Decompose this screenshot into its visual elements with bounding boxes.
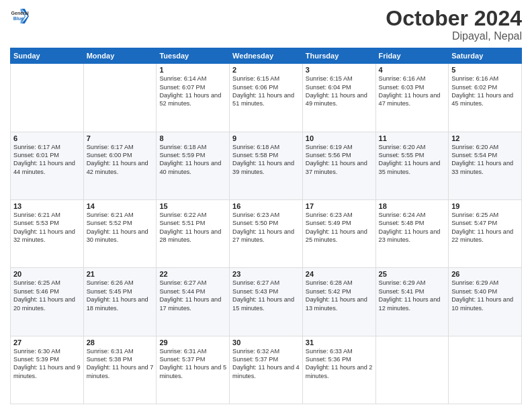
day-detail: Sunrise: 6:26 AM Sunset: 5:45 PM Dayligh… [87, 279, 154, 312]
day-cell: 22Sunrise: 6:27 AM Sunset: 5:44 PM Dayli… [157, 268, 230, 336]
day-cell: 8Sunrise: 6:18 AM Sunset: 5:59 PM Daylig… [157, 132, 230, 199]
col-header-monday: Monday [83, 48, 157, 64]
col-header-sunday: Sunday [11, 48, 84, 64]
day-cell: 11Sunrise: 6:20 AM Sunset: 5:55 PM Dayli… [375, 132, 449, 199]
day-cell: 14Sunrise: 6:21 AM Sunset: 5:52 PM Dayli… [83, 199, 157, 267]
day-cell: 10Sunrise: 6:19 AM Sunset: 5:56 PM Dayli… [302, 132, 375, 199]
day-detail: Sunrise: 6:15 AM Sunset: 6:04 PM Dayligh… [306, 75, 373, 108]
week-row-4: 27Sunrise: 6:30 AM Sunset: 5:39 PM Dayli… [11, 336, 522, 404]
day-cell: 20Sunrise: 6:25 AM Sunset: 5:46 PM Dayli… [11, 268, 84, 336]
day-number: 6 [13, 134, 81, 142]
week-row-2: 13Sunrise: 6:21 AM Sunset: 5:53 PM Dayli… [11, 199, 522, 267]
day-detail: Sunrise: 6:22 AM Sunset: 5:51 PM Dayligh… [159, 211, 226, 244]
day-detail: Sunrise: 6:30 AM Sunset: 5:39 PM Dayligh… [13, 347, 81, 381]
day-number: 15 [159, 202, 226, 210]
title-block: October 2024 Dipayal, Nepal [386, 7, 522, 42]
day-number: 2 [232, 66, 300, 74]
day-detail: Sunrise: 6:31 AM Sunset: 5:37 PM Dayligh… [159, 347, 226, 381]
header: General Blue October 2024 Dipayal, Nepal [10, 7, 522, 42]
day-detail: Sunrise: 6:20 AM Sunset: 5:55 PM Dayligh… [379, 143, 446, 177]
day-number: 22 [159, 270, 226, 278]
day-number: 29 [159, 338, 226, 347]
day-number: 27 [13, 338, 81, 347]
day-number: 17 [306, 202, 373, 210]
svg-text:General: General [11, 11, 29, 15]
day-number: 3 [306, 66, 373, 74]
day-cell: 1Sunrise: 6:14 AM Sunset: 6:07 PM Daylig… [157, 64, 230, 132]
day-detail: Sunrise: 6:33 AM Sunset: 5:36 PM Dayligh… [306, 347, 373, 381]
day-detail: Sunrise: 6:20 AM Sunset: 5:54 PM Dayligh… [451, 143, 519, 177]
day-number: 23 [232, 270, 300, 278]
day-cell [11, 64, 84, 132]
day-cell: 7Sunrise: 6:17 AM Sunset: 6:00 PM Daylig… [83, 132, 157, 199]
day-number: 4 [379, 66, 446, 74]
day-cell: 2Sunrise: 6:15 AM Sunset: 6:06 PM Daylig… [230, 64, 303, 132]
col-header-tuesday: Tuesday [157, 48, 230, 64]
day-detail: Sunrise: 6:16 AM Sunset: 6:02 PM Dayligh… [451, 75, 519, 108]
page: General Blue October 2024 Dipayal, Nepal… [0, 0, 532, 411]
day-number: 25 [379, 270, 446, 278]
day-detail: Sunrise: 6:32 AM Sunset: 5:37 PM Dayligh… [232, 347, 300, 381]
day-cell: 15Sunrise: 6:22 AM Sunset: 5:51 PM Dayli… [157, 199, 230, 267]
day-cell: 21Sunrise: 6:26 AM Sunset: 5:45 PM Dayli… [83, 268, 157, 336]
day-cell: 3Sunrise: 6:15 AM Sunset: 6:04 PM Daylig… [302, 64, 375, 132]
day-number: 12 [451, 134, 519, 142]
day-number: 8 [159, 134, 226, 142]
day-cell: 13Sunrise: 6:21 AM Sunset: 5:53 PM Dayli… [11, 199, 84, 267]
day-cell: 29Sunrise: 6:31 AM Sunset: 5:37 PM Dayli… [157, 336, 230, 404]
day-detail: Sunrise: 6:21 AM Sunset: 5:52 PM Dayligh… [87, 211, 154, 244]
day-detail: Sunrise: 6:23 AM Sunset: 5:49 PM Dayligh… [306, 211, 373, 244]
day-detail: Sunrise: 6:24 AM Sunset: 5:48 PM Dayligh… [379, 211, 446, 244]
day-detail: Sunrise: 6:27 AM Sunset: 5:44 PM Dayligh… [159, 279, 226, 312]
day-number: 10 [306, 134, 373, 142]
day-cell [83, 64, 157, 132]
day-number: 31 [306, 338, 373, 347]
day-detail: Sunrise: 6:18 AM Sunset: 5:59 PM Dayligh… [159, 143, 226, 177]
day-detail: Sunrise: 6:31 AM Sunset: 5:38 PM Dayligh… [87, 347, 154, 381]
logo: General Blue [10, 7, 29, 26]
day-detail: Sunrise: 6:28 AM Sunset: 5:42 PM Dayligh… [306, 279, 373, 312]
day-number: 21 [87, 270, 154, 278]
calendar-table: SundayMondayTuesdayWednesdayThursdayFrid… [10, 48, 522, 404]
day-number: 5 [451, 66, 519, 74]
day-cell: 6Sunrise: 6:17 AM Sunset: 6:01 PM Daylig… [11, 132, 84, 199]
day-cell: 30Sunrise: 6:32 AM Sunset: 5:37 PM Dayli… [230, 336, 303, 404]
day-detail: Sunrise: 6:25 AM Sunset: 5:47 PM Dayligh… [451, 211, 519, 244]
day-number: 20 [13, 270, 81, 278]
day-number: 11 [379, 134, 446, 142]
day-detail: Sunrise: 6:23 AM Sunset: 5:50 PM Dayligh… [232, 211, 300, 244]
col-header-saturday: Saturday [449, 48, 522, 64]
day-detail: Sunrise: 6:25 AM Sunset: 5:46 PM Dayligh… [13, 279, 81, 312]
day-cell [449, 336, 522, 404]
day-cell: 28Sunrise: 6:31 AM Sunset: 5:38 PM Dayli… [83, 336, 157, 404]
day-number: 19 [451, 202, 519, 210]
day-cell: 12Sunrise: 6:20 AM Sunset: 5:54 PM Dayli… [449, 132, 522, 199]
day-cell: 18Sunrise: 6:24 AM Sunset: 5:48 PM Dayli… [375, 199, 449, 267]
day-cell [375, 336, 449, 404]
week-row-1: 6Sunrise: 6:17 AM Sunset: 6:01 PM Daylig… [11, 132, 522, 199]
day-cell: 26Sunrise: 6:29 AM Sunset: 5:40 PM Dayli… [449, 268, 522, 336]
calendar-header-row: SundayMondayTuesdayWednesdayThursdayFrid… [11, 48, 522, 64]
day-cell: 31Sunrise: 6:33 AM Sunset: 5:36 PM Dayli… [302, 336, 375, 404]
day-detail: Sunrise: 6:21 AM Sunset: 5:53 PM Dayligh… [13, 211, 81, 244]
week-row-0: 1Sunrise: 6:14 AM Sunset: 6:07 PM Daylig… [11, 64, 522, 132]
day-detail: Sunrise: 6:15 AM Sunset: 6:06 PM Dayligh… [232, 75, 300, 108]
day-cell: 27Sunrise: 6:30 AM Sunset: 5:39 PM Dayli… [11, 336, 84, 404]
day-detail: Sunrise: 6:14 AM Sunset: 6:07 PM Dayligh… [159, 75, 226, 108]
day-number: 1 [159, 66, 226, 74]
day-cell: 23Sunrise: 6:27 AM Sunset: 5:43 PM Dayli… [230, 268, 303, 336]
day-number: 13 [13, 202, 81, 210]
day-number: 26 [451, 270, 519, 278]
day-detail: Sunrise: 6:17 AM Sunset: 6:00 PM Dayligh… [87, 143, 154, 177]
col-header-wednesday: Wednesday [230, 48, 303, 64]
day-detail: Sunrise: 6:16 AM Sunset: 6:03 PM Dayligh… [379, 75, 446, 108]
day-cell: 9Sunrise: 6:18 AM Sunset: 5:58 PM Daylig… [230, 132, 303, 199]
day-number: 30 [232, 338, 300, 347]
day-detail: Sunrise: 6:29 AM Sunset: 5:40 PM Dayligh… [451, 279, 519, 312]
day-number: 14 [87, 202, 154, 210]
col-header-friday: Friday [375, 48, 449, 64]
day-cell: 4Sunrise: 6:16 AM Sunset: 6:03 PM Daylig… [375, 64, 449, 132]
day-cell: 17Sunrise: 6:23 AM Sunset: 5:49 PM Dayli… [302, 199, 375, 267]
location: Dipayal, Nepal [386, 30, 522, 42]
svg-text:Blue: Blue [13, 16, 24, 21]
